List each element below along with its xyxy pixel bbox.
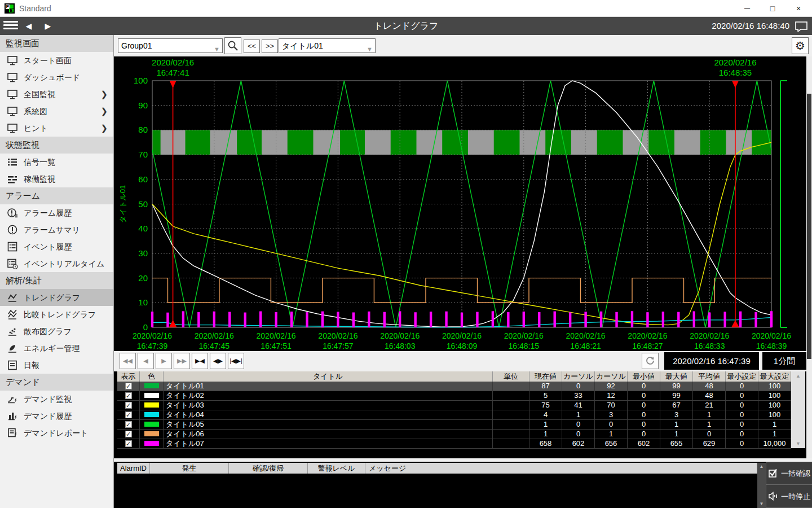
table-row[interactable]: ✓タイトル0187092099480100 (117, 382, 791, 391)
sidebar-item-alarm-summary[interactable]: アラームサマリ (0, 221, 113, 238)
digital-band-on (648, 130, 674, 155)
column-header[interactable]: 色 (140, 371, 164, 382)
column-header[interactable]: 現在値 (529, 371, 562, 382)
settings-gear-button[interactable]: ⚙ (792, 37, 809, 54)
jump-latest-button[interactable]: |◀▶| (228, 353, 244, 369)
visibility-checkbox[interactable]: ✓ (125, 392, 132, 399)
maximize-button[interactable]: □ (760, 0, 785, 17)
alarm-column-header[interactable]: 確認/復帰 (229, 463, 308, 474)
scroll-up-icon[interactable]: ▲ (791, 371, 805, 380)
table-cell (493, 430, 529, 439)
column-header[interactable]: 平均値 (693, 371, 726, 382)
search-button[interactable] (224, 37, 241, 54)
page-forward-button[interactable]: ▶▶ (174, 353, 190, 369)
alarm-column-header[interactable]: 警報レベル (308, 463, 365, 474)
message-bubble-icon[interactable] (795, 21, 807, 34)
pause-sound-button[interactable]: 一時停止 (766, 485, 812, 508)
alarm-scrollbar[interactable]: ▲ ▼ (757, 463, 766, 508)
visibility-checkbox[interactable]: ✓ (125, 440, 132, 447)
time-span-selector[interactable]: 1分間 (762, 352, 806, 370)
column-header[interactable]: 表示 (117, 371, 140, 382)
group-select[interactable]: Group01 ▼ (118, 38, 223, 53)
visibility-checkbox[interactable]: ✓ (125, 383, 132, 389)
sidebar-item-scatter[interactable]: 散布図グラフ (0, 323, 113, 340)
alarm-column-header[interactable]: AlarmID (117, 463, 150, 474)
chart-start-timestamp[interactable]: 2020/02/16 16:47:39 (664, 352, 759, 370)
refresh-button[interactable] (642, 353, 659, 369)
prev-group-button[interactable]: << (244, 40, 260, 53)
chevron-right-icon[interactable]: ❯ (100, 86, 108, 103)
series-spike (523, 312, 525, 327)
visibility-checkbox[interactable]: ✓ (125, 431, 132, 437)
sidebar-item-bars[interactable]: 稼働監視 (0, 170, 113, 187)
alarm-column-header[interactable]: メッセージ (365, 463, 757, 474)
column-header[interactable]: 最小設定 (726, 371, 758, 382)
column-header[interactable]: タイトル (164, 371, 493, 382)
sidebar-item-demand-report[interactable]: デマンドレポート (0, 424, 113, 441)
next-group-button[interactable]: >> (262, 40, 278, 53)
y-tick-label: 10 (138, 297, 148, 307)
list-icon (7, 156, 18, 168)
trend-chart-canvas[interactable]: 0102030405060708090100タイトル012020/02/1616… (114, 56, 812, 351)
table-cell: 21 (693, 401, 726, 410)
table-row[interactable]: ✓タイトル044130310100 (117, 410, 791, 420)
chevron-right-icon[interactable]: ❯ (100, 103, 108, 120)
table-row[interactable]: ✓タイトル07658602656602655629010,000 (117, 439, 791, 449)
visibility-checkbox[interactable]: ✓ (125, 402, 132, 409)
table-row[interactable]: ✓タイトル03754170067210100 (117, 401, 791, 410)
table-row[interactable]: ✓タイトル0610101001 (117, 430, 791, 439)
visibility-checkbox[interactable]: ✓ (125, 411, 132, 418)
trend-chart[interactable]: 0102030405060708090100タイトル012020/02/1616… (114, 56, 812, 351)
scroll-down-icon[interactable]: ▼ (791, 439, 805, 448)
x-tick-date: 2020/02/16 (690, 331, 729, 340)
chevron-right-icon[interactable]: ❯ (100, 120, 108, 137)
sidebar-item-monitor[interactable]: ヒント❯ (0, 120, 113, 137)
sidebar-item-monitor[interactable]: ダッシュボード (0, 69, 113, 86)
scroll-down-icon[interactable]: ▼ (757, 500, 766, 508)
confirm-all-button[interactable]: 一括確認 (766, 462, 812, 485)
column-header[interactable]: カーソル2 (595, 371, 628, 382)
sidebar-item-monitor[interactable]: 系統図❯ (0, 103, 113, 120)
minimize-button[interactable]: ─ (735, 0, 760, 17)
sidebar-item-demand-history[interactable]: デマンド履歴 (0, 408, 113, 424)
table-cell: 99 (660, 391, 693, 400)
sidebar-item-energy[interactable]: エネルギー管理 (0, 340, 113, 357)
x-tick-time: 16:47:57 (323, 341, 354, 351)
table-cell: 33 (562, 391, 595, 400)
bars-icon (7, 173, 18, 185)
visibility-checkbox[interactable]: ✓ (125, 421, 132, 428)
column-header[interactable]: 最大値 (660, 371, 693, 382)
column-header[interactable]: 最大設定 (758, 371, 791, 382)
alarm-column-header[interactable]: 発生 (150, 463, 229, 474)
sidebar-item-monitor[interactable]: スタート画面 (0, 52, 113, 69)
step-forward-button[interactable]: ▶ (156, 353, 172, 369)
sidebar-item-trend-compare[interactable]: 比較トレンドグラフ (0, 306, 113, 323)
column-header[interactable]: 単位 (493, 371, 529, 382)
compress-scale-button[interactable]: ▶◀ (192, 353, 208, 369)
table-cell: タイトル07 (164, 439, 493, 448)
main-scrollbar[interactable] (806, 56, 812, 458)
column-header[interactable]: カーソル1 (562, 371, 595, 382)
expand-scale-button[interactable]: ◀▶ (210, 353, 226, 369)
table-cell: タイトル03 (164, 401, 493, 410)
sidebar-item-list[interactable]: 信号一覧 (0, 154, 113, 170)
step-back-button[interactable]: ◀ (138, 353, 154, 369)
digital-band-on (545, 130, 571, 155)
sidebar-item-report[interactable]: 日報 (0, 357, 113, 374)
table-cell (493, 420, 529, 429)
series-table-scrollbar[interactable]: ▲ ▼ (791, 371, 805, 448)
sidebar-item-monitor[interactable]: 全国監視❯ (0, 86, 113, 103)
page-back-button[interactable]: ◀◀ (120, 353, 136, 369)
sidebar-item-demand-watch[interactable]: デマンド監視 (0, 391, 113, 408)
sidebar-item-event-history[interactable]: イベント履歴 (0, 238, 113, 255)
title-select[interactable]: タイトル01 ▼ (279, 38, 376, 53)
sidebar-item-alarm-history[interactable]: アラーム履歴 (0, 204, 113, 221)
sidebar-item-event-realtime[interactable]: イベントリアルタイム (0, 255, 113, 272)
table-row[interactable]: ✓タイトル0510001101 (117, 420, 791, 430)
table-cell (493, 401, 529, 410)
sidebar-item-trend[interactable]: トレンドグラフ (0, 289, 113, 306)
table-row[interactable]: ✓タイトル0253312099480100 (117, 391, 791, 401)
scroll-up-icon[interactable]: ▲ (757, 463, 766, 471)
column-header[interactable]: 最小値 (628, 371, 660, 382)
close-button[interactable]: × (786, 0, 811, 17)
